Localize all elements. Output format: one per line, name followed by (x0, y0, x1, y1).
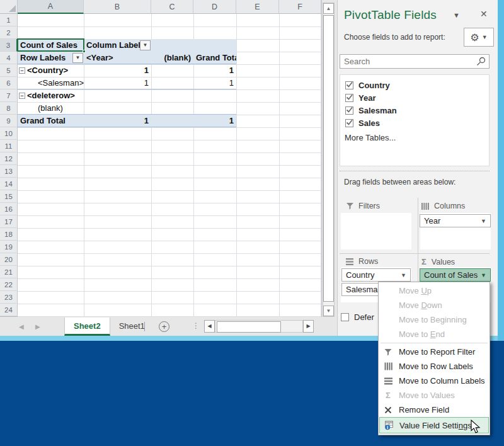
vertical-scrollbar[interactable]: ▲ ▼ (323, 3, 335, 317)
pivot-cell-text: 1 (144, 78, 149, 88)
field-checkbox-country[interactable] (345, 81, 353, 89)
menu-item-move-to-report-filter[interactable]: Move to Report Filter (379, 345, 490, 359)
new-sheet-button[interactable]: + (159, 321, 169, 332)
row-header-16[interactable]: 16 (0, 203, 18, 215)
row-header-5[interactable]: 5 (0, 64, 18, 77)
row-header-9[interactable]: 9 (0, 115, 18, 127)
row-header-21[interactable]: 21 (0, 266, 18, 278)
row-header-12[interactable]: 12 (0, 152, 18, 165)
pivot-cell-text: (blank) (164, 53, 191, 62)
scroll-up-button[interactable]: ▲ (323, 3, 334, 14)
row-header-8[interactable]: 8 (0, 102, 18, 115)
pivot-cell-A6[interactable]: <Salesman> (18, 77, 84, 89)
pivot-cell-B4[interactable]: <Year> (84, 52, 151, 64)
row-header-3[interactable]: 3 (0, 39, 18, 52)
pivot-cell-B6[interactable]: 1 (84, 77, 151, 89)
rows-chip-country[interactable]: Country▼ (341, 268, 411, 282)
pivot-cell-A4[interactable]: Row Labels▼ (18, 52, 84, 64)
row-header-23[interactable]: 23 (0, 291, 18, 304)
row-header-15[interactable]: 15 (0, 190, 18, 203)
field-item-salesman[interactable]: Salesman (345, 105, 397, 115)
column-header-B[interactable]: B (84, 0, 151, 14)
pivot-cell-D6[interactable]: 1 (193, 77, 236, 89)
hscroll-track[interactable] (215, 320, 303, 333)
row-header-10[interactable]: 10 (0, 127, 18, 140)
pivot-cell-A3[interactable]: Count of Sales (18, 39, 84, 52)
row-header-14[interactable]: 14 (0, 178, 18, 190)
column-header-C[interactable]: C (151, 0, 193, 14)
pivot-cell-A8[interactable]: (blank) (18, 102, 84, 115)
pivot-cell-B3[interactable]: Column Labels▼ (84, 39, 151, 52)
gridline (18, 190, 321, 191)
row-header-17[interactable]: 17 (0, 215, 18, 228)
tab-nav-right-icon[interactable]: ▶ (35, 323, 40, 330)
filter-dropdown-button[interactable]: ▼ (72, 53, 83, 63)
panel-close-icon[interactable]: ✕ (480, 9, 488, 19)
horizontal-bars-icon (346, 258, 353, 265)
values-chip-count-of-sales[interactable]: Count of Sales▼ (420, 268, 491, 282)
value-field-settings-icon (383, 418, 396, 432)
column-header-A[interactable]: A (18, 0, 84, 14)
pivot-cell-C4[interactable]: (blank) (151, 52, 193, 64)
pivot-cell-D5[interactable]: 1 (193, 64, 236, 77)
search-input[interactable] (343, 56, 469, 67)
area-columns-label: Columns (421, 202, 465, 210)
pivot-cell-B5[interactable]: 1 (84, 64, 151, 77)
pivot-cell-A5[interactable]: <Country>− (18, 64, 84, 77)
hscroll-right-button[interactable]: ▶ (303, 320, 314, 333)
field-item-country[interactable]: Country (345, 80, 390, 90)
sheet-tab-sheet2[interactable]: Sheet2 (64, 317, 110, 336)
horizontal-scrollbar[interactable]: ◀ ▶ (204, 320, 314, 333)
tab-nav-left-icon[interactable]: ◀ (19, 323, 24, 330)
row-header-22[interactable]: 22 (0, 278, 18, 291)
scroll-down-button[interactable]: ▼ (323, 306, 334, 316)
horizontal-scroll-thumb[interactable] (217, 321, 281, 333)
more-tables-link[interactable]: More Tables... (345, 133, 396, 142)
row-header-18[interactable]: 18 (0, 228, 18, 241)
row-header-19[interactable]: 19 (0, 241, 18, 253)
row-header-2[interactable]: 2 (0, 26, 18, 39)
select-all-corner[interactable] (0, 0, 18, 14)
tab-overflow-dots-icon[interactable]: ⋮ (192, 321, 200, 330)
area-rows-label: Rows (346, 257, 378, 266)
panel-options-chevron-icon[interactable]: ▼ (453, 11, 460, 19)
pivot-cell-A7[interactable]: <deleterow>− (18, 89, 84, 102)
fill-handle[interactable] (83, 50, 86, 53)
row-header-20[interactable]: 20 (0, 253, 18, 266)
menu-item-move-to-column-labels[interactable]: Move to Column Labels (379, 374, 490, 388)
pivot-cell-B9[interactable]: 1 (84, 115, 151, 127)
column-header-F[interactable]: F (279, 0, 321, 14)
chip-label: Salesman (346, 285, 382, 294)
defer-checkbox[interactable] (341, 313, 349, 321)
hscroll-left-button[interactable]: ◀ (204, 320, 215, 333)
column-header-D[interactable]: D (193, 0, 236, 14)
field-item-year[interactable]: Year (345, 93, 375, 103)
sheet-tab-sheet1[interactable]: Sheet1 (110, 317, 154, 336)
columns-chip-year[interactable]: Year▼ (420, 214, 491, 227)
filter-dropdown-button[interactable]: ▼ (140, 40, 151, 50)
row-header-24[interactable]: 24 (0, 304, 18, 316)
menu-item-remove-field[interactable]: Remove Field (379, 403, 490, 417)
pivot-cell-A9[interactable]: Grand Total (18, 115, 84, 127)
field-checkbox-salesman[interactable] (345, 106, 353, 115)
row-header-13[interactable]: 13 (0, 165, 18, 178)
row-header-6[interactable]: 6 (0, 77, 18, 89)
field-item-sales[interactable]: Sales (345, 118, 380, 128)
field-checkbox-sales[interactable] (345, 119, 353, 127)
menu-item-label: Remove Field (399, 405, 449, 415)
vertical-scroll-thumb[interactable] (323, 15, 334, 302)
pivot-cell-D9[interactable]: 1 (193, 115, 236, 127)
field-checkbox-year[interactable] (345, 94, 353, 102)
menu-item-label: Move to Values (399, 391, 455, 400)
pivot-cell-D4[interactable]: Grand Total (193, 52, 236, 64)
row-header-7[interactable]: 7 (0, 89, 18, 102)
row-header-11[interactable]: 11 (0, 140, 18, 152)
collapse-minus-icon[interactable]: − (19, 93, 25, 99)
menu-item-move-to-row-labels[interactable]: Move to Row Labels (379, 359, 490, 374)
area-filters-box[interactable] (341, 213, 411, 249)
collapse-minus-icon[interactable]: − (19, 67, 25, 74)
tools-gear-button[interactable]: ⚙ ▼ (464, 28, 494, 47)
row-header-4[interactable]: 4 (0, 52, 18, 64)
row-header-1[interactable]: 1 (0, 14, 18, 26)
column-header-E[interactable]: E (236, 0, 279, 14)
